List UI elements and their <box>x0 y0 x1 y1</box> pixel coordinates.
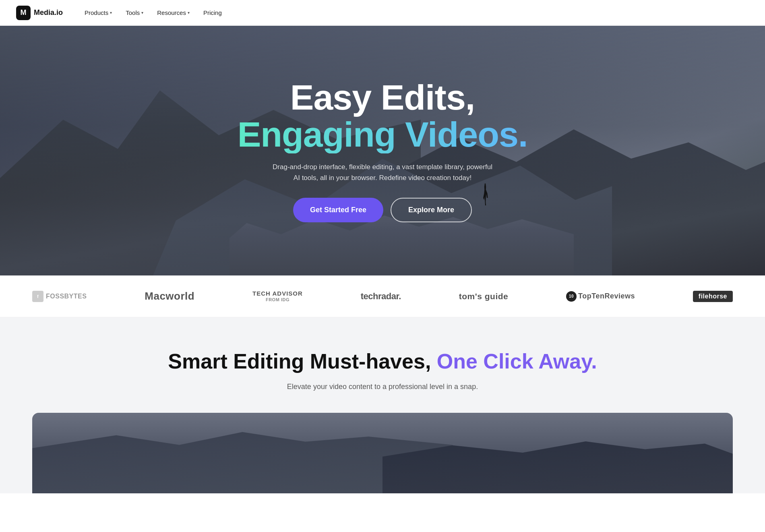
logo-name: Media.io <box>34 8 63 17</box>
hero-title-line1: Easy Edits, <box>238 79 528 116</box>
chevron-down-icon: ▾ <box>141 10 143 15</box>
nav-resources[interactable]: Resources ▾ <box>151 6 195 19</box>
nav-links: Products ▾ Tools ▾ Resources ▾ Pricing <box>79 6 227 19</box>
hero-buttons: Get Started Free Explore More <box>238 198 528 222</box>
hero-subtitle: Drag-and-drop interface, flexible editin… <box>270 161 495 183</box>
smart-title-accent: One Click Away. <box>437 350 597 373</box>
hero-section: Easy Edits, Engaging Videos. Drag-and-dr… <box>0 26 765 275</box>
chevron-down-icon: ▾ <box>110 10 112 15</box>
toptenreviews-logo: 10 TopTenReviews <box>566 291 635 302</box>
techadviser-logo: TECH ADVISOR FROM IDG <box>252 290 303 302</box>
nav-tools[interactable]: Tools ▾ <box>120 6 149 19</box>
logo-icon: M <box>16 6 31 20</box>
explore-more-button[interactable]: Explore More <box>391 198 472 222</box>
fossbytes-icon: f <box>32 291 43 302</box>
smart-section-title: Smart Editing Must-haves, One Click Away… <box>32 350 733 374</box>
smart-preview-area <box>32 413 733 493</box>
hero-title-line2: Engaging Videos. <box>238 116 528 153</box>
logo-link[interactable]: M Media.io <box>16 6 63 20</box>
smart-section-subtitle: Elevate your video content to a professi… <box>32 381 733 393</box>
get-started-button[interactable]: Get Started Free <box>293 198 383 222</box>
macworld-logo: Macworld <box>145 290 194 302</box>
hero-content: Easy Edits, Engaging Videos. Drag-and-dr… <box>229 79 536 222</box>
filehorse-logo: filehorse <box>693 291 733 302</box>
press-bar: f FOSSBYTES Macworld TECH ADVISOR FROM I… <box>0 275 765 317</box>
fossbytes-logo: f FOSSBYTES <box>32 291 87 302</box>
techradar-logo: techradar. <box>361 291 401 302</box>
chevron-down-icon: ▾ <box>188 10 190 15</box>
tomsguide-logo: tom's guide <box>459 292 509 301</box>
nav-pricing[interactable]: Pricing <box>198 6 227 19</box>
smart-section: Smart Editing Must-haves, One Click Away… <box>0 317 765 493</box>
main-nav: M Media.io Products ▾ Tools ▾ Resources … <box>0 0 765 26</box>
nav-products[interactable]: Products ▾ <box>79 6 118 19</box>
